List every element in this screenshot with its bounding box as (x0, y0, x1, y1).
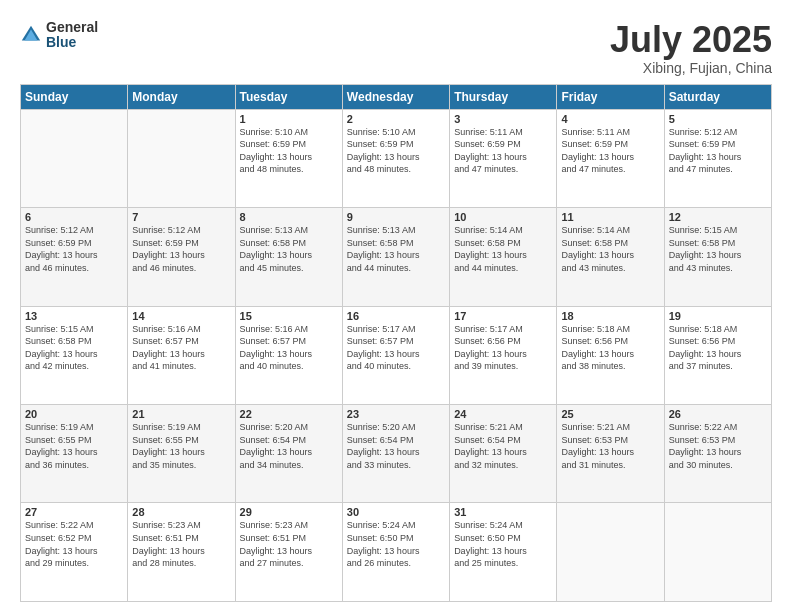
calendar-cell: 2Sunrise: 5:10 AM Sunset: 6:59 PM Daylig… (342, 109, 449, 207)
calendar-cell: 21Sunrise: 5:19 AM Sunset: 6:55 PM Dayli… (128, 405, 235, 503)
logo-blue: Blue (46, 35, 98, 50)
weekday-header: Thursday (450, 84, 557, 109)
day-info: Sunrise: 5:10 AM Sunset: 6:59 PM Dayligh… (240, 126, 338, 176)
day-number: 12 (669, 211, 767, 223)
day-number: 21 (132, 408, 230, 420)
calendar-cell (557, 503, 664, 602)
logo: General Blue (20, 20, 98, 51)
calendar-cell: 8Sunrise: 5:13 AM Sunset: 6:58 PM Daylig… (235, 208, 342, 306)
day-number: 20 (25, 408, 123, 420)
day-number: 5 (669, 113, 767, 125)
weekday-header: Saturday (664, 84, 771, 109)
calendar-cell: 7Sunrise: 5:12 AM Sunset: 6:59 PM Daylig… (128, 208, 235, 306)
logo-icon (20, 24, 42, 46)
day-number: 31 (454, 506, 552, 518)
calendar-cell: 13Sunrise: 5:15 AM Sunset: 6:58 PM Dayli… (21, 306, 128, 404)
header: General Blue July 2025 Xibing, Fujian, C… (20, 20, 772, 76)
calendar-cell: 5Sunrise: 5:12 AM Sunset: 6:59 PM Daylig… (664, 109, 771, 207)
day-number: 3 (454, 113, 552, 125)
day-info: Sunrise: 5:17 AM Sunset: 6:56 PM Dayligh… (454, 323, 552, 373)
day-number: 10 (454, 211, 552, 223)
day-number: 8 (240, 211, 338, 223)
day-number: 2 (347, 113, 445, 125)
day-info: Sunrise: 5:20 AM Sunset: 6:54 PM Dayligh… (240, 421, 338, 471)
day-number: 15 (240, 310, 338, 322)
subtitle: Xibing, Fujian, China (610, 60, 772, 76)
day-info: Sunrise: 5:17 AM Sunset: 6:57 PM Dayligh… (347, 323, 445, 373)
day-number: 9 (347, 211, 445, 223)
calendar-cell: 11Sunrise: 5:14 AM Sunset: 6:58 PM Dayli… (557, 208, 664, 306)
day-info: Sunrise: 5:15 AM Sunset: 6:58 PM Dayligh… (669, 224, 767, 274)
day-number: 29 (240, 506, 338, 518)
weekday-header: Monday (128, 84, 235, 109)
calendar-cell: 23Sunrise: 5:20 AM Sunset: 6:54 PM Dayli… (342, 405, 449, 503)
day-info: Sunrise: 5:20 AM Sunset: 6:54 PM Dayligh… (347, 421, 445, 471)
day-number: 18 (561, 310, 659, 322)
day-info: Sunrise: 5:18 AM Sunset: 6:56 PM Dayligh… (669, 323, 767, 373)
calendar-cell: 29Sunrise: 5:23 AM Sunset: 6:51 PM Dayli… (235, 503, 342, 602)
calendar-cell: 31Sunrise: 5:24 AM Sunset: 6:50 PM Dayli… (450, 503, 557, 602)
title-block: July 2025 Xibing, Fujian, China (610, 20, 772, 76)
day-info: Sunrise: 5:21 AM Sunset: 6:54 PM Dayligh… (454, 421, 552, 471)
day-number: 11 (561, 211, 659, 223)
calendar-cell: 6Sunrise: 5:12 AM Sunset: 6:59 PM Daylig… (21, 208, 128, 306)
day-info: Sunrise: 5:16 AM Sunset: 6:57 PM Dayligh… (132, 323, 230, 373)
calendar-cell: 20Sunrise: 5:19 AM Sunset: 6:55 PM Dayli… (21, 405, 128, 503)
calendar-header-row: SundayMondayTuesdayWednesdayThursdayFrid… (21, 84, 772, 109)
day-info: Sunrise: 5:14 AM Sunset: 6:58 PM Dayligh… (454, 224, 552, 274)
day-number: 22 (240, 408, 338, 420)
weekday-header: Friday (557, 84, 664, 109)
day-number: 6 (25, 211, 123, 223)
day-info: Sunrise: 5:11 AM Sunset: 6:59 PM Dayligh… (454, 126, 552, 176)
calendar-cell: 24Sunrise: 5:21 AM Sunset: 6:54 PM Dayli… (450, 405, 557, 503)
day-info: Sunrise: 5:13 AM Sunset: 6:58 PM Dayligh… (240, 224, 338, 274)
calendar-cell (664, 503, 771, 602)
page: General Blue July 2025 Xibing, Fujian, C… (0, 0, 792, 612)
calendar-cell: 18Sunrise: 5:18 AM Sunset: 6:56 PM Dayli… (557, 306, 664, 404)
logo-general: General (46, 20, 98, 35)
weekday-header: Tuesday (235, 84, 342, 109)
day-number: 14 (132, 310, 230, 322)
calendar-cell: 25Sunrise: 5:21 AM Sunset: 6:53 PM Dayli… (557, 405, 664, 503)
day-number: 26 (669, 408, 767, 420)
calendar-week-row: 27Sunrise: 5:22 AM Sunset: 6:52 PM Dayli… (21, 503, 772, 602)
day-number: 4 (561, 113, 659, 125)
calendar-cell (128, 109, 235, 207)
calendar-week-row: 20Sunrise: 5:19 AM Sunset: 6:55 PM Dayli… (21, 405, 772, 503)
calendar-cell (21, 109, 128, 207)
calendar-cell: 17Sunrise: 5:17 AM Sunset: 6:56 PM Dayli… (450, 306, 557, 404)
weekday-header: Wednesday (342, 84, 449, 109)
calendar-cell: 3Sunrise: 5:11 AM Sunset: 6:59 PM Daylig… (450, 109, 557, 207)
calendar-cell: 10Sunrise: 5:14 AM Sunset: 6:58 PM Dayli… (450, 208, 557, 306)
day-info: Sunrise: 5:19 AM Sunset: 6:55 PM Dayligh… (132, 421, 230, 471)
day-info: Sunrise: 5:12 AM Sunset: 6:59 PM Dayligh… (132, 224, 230, 274)
calendar-cell: 1Sunrise: 5:10 AM Sunset: 6:59 PM Daylig… (235, 109, 342, 207)
day-number: 27 (25, 506, 123, 518)
day-info: Sunrise: 5:24 AM Sunset: 6:50 PM Dayligh… (347, 519, 445, 569)
day-info: Sunrise: 5:15 AM Sunset: 6:58 PM Dayligh… (25, 323, 123, 373)
calendar-cell: 12Sunrise: 5:15 AM Sunset: 6:58 PM Dayli… (664, 208, 771, 306)
day-info: Sunrise: 5:10 AM Sunset: 6:59 PM Dayligh… (347, 126, 445, 176)
day-info: Sunrise: 5:11 AM Sunset: 6:59 PM Dayligh… (561, 126, 659, 176)
calendar-cell: 30Sunrise: 5:24 AM Sunset: 6:50 PM Dayli… (342, 503, 449, 602)
day-info: Sunrise: 5:21 AM Sunset: 6:53 PM Dayligh… (561, 421, 659, 471)
calendar-cell: 15Sunrise: 5:16 AM Sunset: 6:57 PM Dayli… (235, 306, 342, 404)
logo-text: General Blue (46, 20, 98, 51)
day-number: 7 (132, 211, 230, 223)
calendar-cell: 22Sunrise: 5:20 AM Sunset: 6:54 PM Dayli… (235, 405, 342, 503)
day-number: 28 (132, 506, 230, 518)
day-number: 24 (454, 408, 552, 420)
day-number: 25 (561, 408, 659, 420)
day-number: 23 (347, 408, 445, 420)
day-number: 30 (347, 506, 445, 518)
calendar-cell: 19Sunrise: 5:18 AM Sunset: 6:56 PM Dayli… (664, 306, 771, 404)
calendar-week-row: 13Sunrise: 5:15 AM Sunset: 6:58 PM Dayli… (21, 306, 772, 404)
day-info: Sunrise: 5:16 AM Sunset: 6:57 PM Dayligh… (240, 323, 338, 373)
day-number: 13 (25, 310, 123, 322)
day-number: 19 (669, 310, 767, 322)
calendar-cell: 16Sunrise: 5:17 AM Sunset: 6:57 PM Dayli… (342, 306, 449, 404)
calendar-cell: 28Sunrise: 5:23 AM Sunset: 6:51 PM Dayli… (128, 503, 235, 602)
calendar-cell: 27Sunrise: 5:22 AM Sunset: 6:52 PM Dayli… (21, 503, 128, 602)
calendar-cell: 4Sunrise: 5:11 AM Sunset: 6:59 PM Daylig… (557, 109, 664, 207)
calendar-cell: 14Sunrise: 5:16 AM Sunset: 6:57 PM Dayli… (128, 306, 235, 404)
